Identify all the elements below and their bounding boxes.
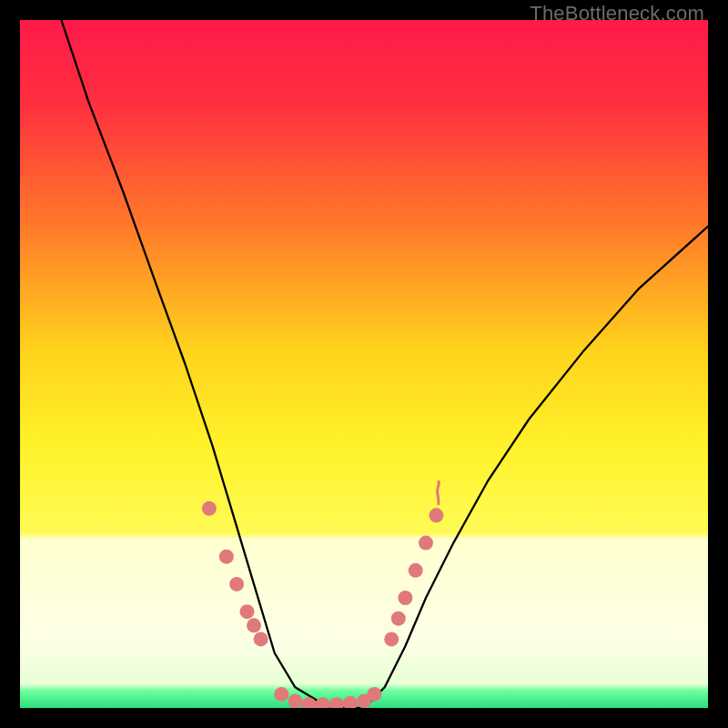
curve-marker [219, 550, 234, 564]
curve-marker [274, 687, 288, 702]
curve-marker [240, 604, 255, 619]
curve-marker [391, 612, 406, 626]
outer-frame: TheBottleneck.com [0, 0, 728, 728]
curve-marker [429, 508, 443, 522]
plot-area [20, 20, 708, 708]
curve-marker [367, 687, 381, 702]
curve-marker [409, 563, 423, 578]
curve-marker [419, 536, 433, 551]
curve-marker [247, 618, 261, 632]
curve-marker [384, 632, 399, 646]
gradient-bg [20, 20, 708, 708]
curve-marker [398, 591, 412, 605]
curve-marker [229, 577, 244, 592]
marker-accent [438, 480, 440, 505]
curve-marker [202, 501, 217, 516]
curve-marker [254, 632, 268, 646]
chart-svg [20, 20, 708, 708]
curve-marker [288, 693, 302, 708]
watermark-text: TheBottleneck.com [530, 2, 704, 25]
